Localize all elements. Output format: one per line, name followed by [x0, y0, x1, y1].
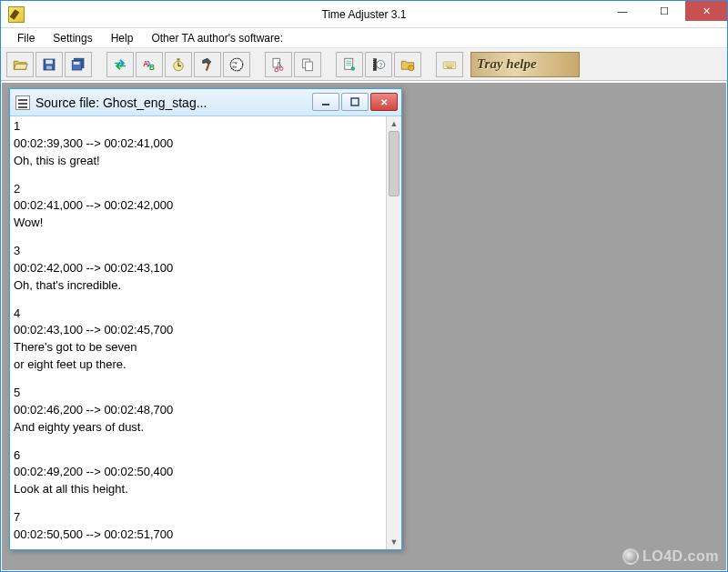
keyboard-icon — [441, 56, 458, 73]
subtitle-entry[interactable]: 200:02:41,000 --> 00:02:42,000Wow! — [14, 181, 385, 233]
child-minimize-button[interactable] — [312, 93, 339, 111]
child-window-title: Source file: Ghost_eng_stag... — [35, 95, 207, 110]
window-controls: — ☐ ✕ — [602, 1, 727, 27]
svg-point-36 — [409, 65, 414, 70]
svg-text:file: file — [233, 65, 238, 68]
subtitle-timecode: 00:02:46,200 --> 00:02:48,700 — [14, 402, 385, 419]
cut-button[interactable] — [265, 52, 292, 77]
menubar: File Settings Help Other TA author's sof… — [1, 28, 727, 48]
watermark: LO4D.com — [622, 548, 719, 565]
scroll-down-arrow[interactable]: ▼ — [387, 535, 401, 549]
scroll-up-arrow[interactable]: ▲ — [387, 116, 401, 131]
save-button[interactable] — [35, 52, 63, 77]
cut-icon — [270, 56, 287, 73]
subtitle-timecode: 00:02:41,000 --> 00:02:42,000 — [14, 197, 385, 215]
hammer-button[interactable] — [194, 52, 221, 77]
subtitle-entry[interactable]: 500:02:46,200 --> 00:02:48,700And eighty… — [14, 385, 385, 437]
svg-rect-1 — [46, 59, 53, 64]
document-icon — [15, 95, 30, 110]
scroll-thumb[interactable] — [389, 131, 399, 196]
svg-text:B: B — [149, 64, 155, 72]
menu-help[interactable]: Help — [104, 30, 141, 46]
subtitle-line: We could put our — [14, 544, 385, 547]
globe-icon — [622, 548, 639, 565]
subtitle-timecode: 00:02:43,100 --> 00:02:45,700 — [14, 322, 385, 339]
hammer-icon — [199, 56, 216, 73]
floppy-stack-icon — [70, 56, 86, 73]
source-file-window: Source file: Ghost_eng_stag... ✕ 100:02:… — [9, 88, 402, 550]
menu-other-software[interactable]: Other TA author's software: — [144, 30, 290, 46]
subtitle-line: or eight feet up there. — [14, 356, 385, 374]
subtitle-timecode: 00:02:50,500 --> 00:02:51,700 — [14, 527, 385, 544]
subtitle-entry[interactable]: 600:02:49,200 --> 00:02:50,400Look at al… — [14, 447, 385, 499]
maximize-button[interactable]: ☐ — [643, 1, 685, 21]
seal-icon: myfile — [228, 56, 245, 73]
film-help-icon: ? — [370, 56, 387, 73]
toolbar: AB myfile ? — [1, 48, 727, 81]
mdi-client-area: Source file: Ghost_eng_stag... ✕ 100:02:… — [2, 83, 726, 570]
ab-icon: AB — [141, 56, 157, 73]
svg-rect-2 — [46, 65, 52, 69]
save-all-button[interactable] — [65, 52, 92, 77]
child-maximize-button[interactable] — [341, 93, 369, 111]
child-titlebar[interactable]: Source file: Ghost_eng_stag... ✕ — [10, 89, 401, 116]
doc-lines-icon — [341, 56, 358, 73]
keyboard-button[interactable] — [436, 52, 463, 77]
subtitle-line: And eighty years of dust. — [14, 419, 385, 437]
arrows-icon — [112, 56, 128, 73]
subtitle-entry[interactable]: 300:02:42,000 --> 00:02:43,100Oh, that's… — [14, 243, 385, 295]
doc-b-button[interactable]: ? — [365, 52, 392, 77]
watermark-text: LO4D.com — [642, 548, 719, 565]
subtitle-line: Look at all this height. — [14, 481, 385, 498]
subtitle-timecode: 00:02:39,300 --> 00:02:41,000 — [14, 135, 385, 153]
tray-helper-banner[interactable]: Tray helpe — [470, 52, 580, 77]
close-button[interactable]: ✕ — [685, 1, 727, 21]
svg-rect-32 — [373, 65, 374, 65]
folder-button[interactable] — [394, 52, 421, 77]
myfile-button[interactable]: myfile — [223, 52, 250, 77]
app-icon — [8, 6, 25, 23]
subtitle-index: 2 — [14, 181, 385, 198]
doc-a-button[interactable] — [336, 52, 363, 77]
open-button[interactable] — [6, 52, 34, 77]
subtitle-timecode: 00:02:42,000 --> 00:02:43,100 — [14, 260, 385, 277]
subtitle-entry[interactable]: 100:02:39,300 --> 00:02:41,000Oh, this i… — [14, 118, 385, 170]
subtitle-line: Oh, this is great! — [14, 153, 385, 170]
svg-rect-29 — [373, 59, 374, 60]
subtitle-index: 1 — [14, 118, 385, 135]
vertical-scrollbar[interactable]: ▲ ▼ — [386, 116, 401, 549]
menu-file[interactable]: File — [10, 30, 42, 46]
svg-rect-5 — [74, 62, 80, 65]
subtitle-index: 4 — [14, 306, 385, 323]
subtitle-line: There's got to be seven — [14, 339, 385, 356]
svg-rect-41 — [322, 104, 329, 105]
child-close-button[interactable]: ✕ — [370, 93, 398, 111]
svg-rect-42 — [351, 98, 359, 105]
copy-button[interactable] — [294, 52, 321, 77]
convert-button[interactable] — [106, 52, 134, 77]
svg-rect-33 — [373, 67, 374, 68]
svg-text:?: ? — [379, 62, 382, 68]
minimize-button[interactable]: — — [602, 1, 643, 21]
subtitle-editor[interactable]: 100:02:39,300 --> 00:02:41,000Oh, this i… — [10, 116, 401, 549]
subtitle-entry[interactable]: 400:02:43,100 --> 00:02:45,700There's go… — [14, 306, 385, 374]
copy-icon — [299, 56, 316, 73]
svg-text:my: my — [233, 61, 238, 65]
svg-rect-12 — [206, 63, 210, 71]
svg-point-17 — [279, 66, 283, 70]
clock-button[interactable] — [165, 52, 192, 77]
subtitle-text-area[interactable]: 100:02:39,300 --> 00:02:41,000Oh, this i… — [14, 118, 385, 547]
titlebar: Time Adjuster 3.1 — ☐ ✕ — [1, 1, 727, 28]
svg-rect-40 — [447, 66, 452, 67]
subtitle-entry[interactable]: 700:02:50,500 --> 00:02:51,700We could p… — [14, 509, 385, 547]
menu-settings[interactable]: Settings — [46, 30, 99, 46]
folder-icon — [399, 56, 416, 73]
subtitle-line: Oh, that's incredible. — [14, 277, 385, 295]
ab-button[interactable]: AB — [136, 52, 163, 77]
svg-rect-30 — [373, 61, 374, 62]
svg-point-18 — [275, 68, 278, 72]
subtitle-index: 7 — [14, 509, 385, 527]
folder-open-icon — [12, 56, 28, 73]
svg-rect-22 — [306, 62, 313, 71]
floppy-icon — [41, 56, 57, 73]
